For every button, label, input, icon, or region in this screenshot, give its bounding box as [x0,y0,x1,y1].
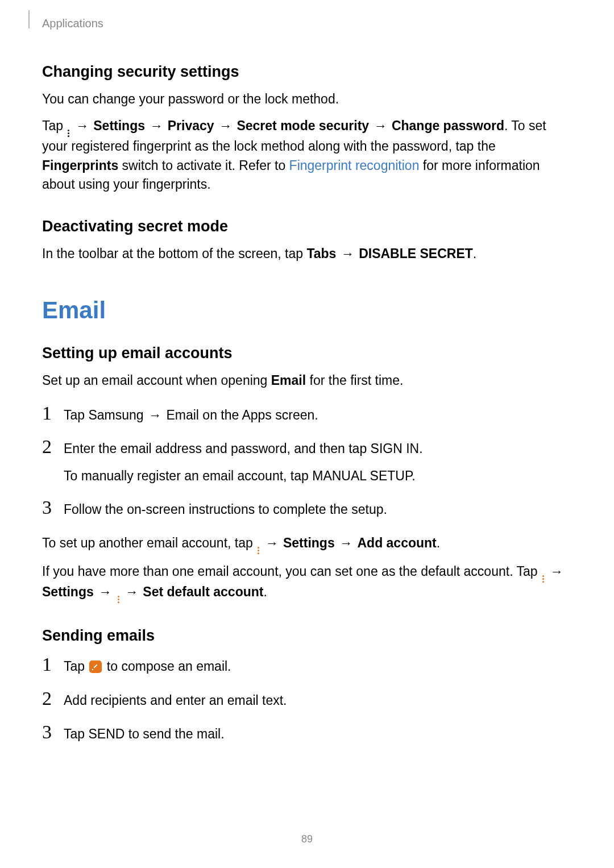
list-item: 3 Follow the on-screen instructions to c… [42,498,572,519]
step-content: Tap SEND to send the mail. [64,722,572,744]
arrow-icon: → [219,117,232,135]
more-icon [258,547,259,554]
security-instructions: Tap → Settings → Privacy → Secret mode s… [42,117,572,194]
text-suffix: to compose an email. [103,659,231,674]
heading-sending-emails: Sending emails [42,627,572,645]
text-prefix: Tap [64,726,88,741]
more-icon [118,596,119,603]
more-icon [68,130,69,137]
text-email-bold: Email [271,373,306,388]
heading-email: Email [42,297,572,324]
compose-icon [89,661,102,673]
text-set-default: Set default account [143,584,263,599]
another-account-text: To set up another email account, tap → S… [42,534,572,554]
step-content: Tap Samsung → Email on the Apps screen. [64,404,572,425]
step-number: 1 [42,655,64,674]
step-number: 3 [42,722,64,742]
list-item: 2 Enter the email address and password, … [42,437,572,485]
path-change-password: Change password [392,118,504,133]
text-period: . [473,246,476,261]
text-prefix: In the toolbar at the bottom of the scre… [42,246,306,261]
list-item: 1 Tap Samsung → Email on the Apps screen… [42,404,572,425]
arrow-icon: → [150,117,163,135]
link-fingerprint-recognition[interactable]: Fingerprint recognition [289,158,420,173]
text-settings: Settings [283,535,335,550]
text-period: . [419,441,422,456]
text-prefix: Tap [64,659,88,674]
step-number: 1 [42,404,64,423]
text-prefix: Set up an email account when opening [42,373,271,388]
text-tabs: Tabs [306,246,336,261]
deactivate-instructions: In the toolbar at the bottom of the scre… [42,244,572,263]
text-prefix: If you have more than one email account,… [42,564,541,579]
arrow-icon: → [76,117,89,135]
text-send: SEND [88,726,125,741]
heading-changing-security: Changing security settings [42,63,572,81]
step-content: Enter the email address and password, an… [64,437,572,485]
email-intro: Set up an email account when opening Ema… [42,371,572,390]
arrow-icon: → [341,244,354,263]
text-settings: Settings [42,584,94,599]
text-prefix: Enter the email address and password, an… [64,441,371,456]
list-item: 2 Add recipients and enter an email text… [42,689,572,710]
path-secret-mode: Secret mode security [237,118,369,133]
breadcrumb: Applications [42,17,572,30]
text-suffix: on the Apps screen. [199,408,318,422]
text-email: Email [166,408,199,422]
arrow-icon: → [374,117,387,135]
path-privacy: Privacy [168,118,214,133]
arrow-icon: → [339,534,352,553]
arrow-icon: → [148,406,161,425]
text-sub-prefix: To manually register an email account, t… [64,468,312,483]
security-intro: You can change your password or the lock… [42,90,572,109]
arrow-icon: → [98,583,111,601]
text-switch: switch to activate it. Refer to [118,158,289,173]
arrow-icon: → [550,562,563,581]
step-content: Add recipients and enter an email text. [64,689,572,710]
text-manual-setup: MANUAL SETUP [312,468,412,483]
step-content: Follow the on-screen instructions to com… [64,498,572,519]
text-sub-period: . [412,468,415,483]
text-suffix: to send the mail. [125,726,224,741]
step-number: 2 [42,437,64,456]
step-number: 2 [42,689,64,708]
step-number: 3 [42,498,64,517]
default-account-text: If you have more than one email account,… [42,562,572,603]
heading-deactivating: Deactivating secret mode [42,218,572,235]
text-disable-secret: DISABLE SECRET [359,246,473,261]
list-item: 3 Tap SEND to send the mail. [42,722,572,744]
text-suffix: for the first time. [306,373,403,388]
more-icon [542,575,544,583]
path-settings: Settings [93,118,145,133]
text-add-account: Add account [357,535,436,550]
text-tap: Tap [42,118,67,133]
arrow-icon: → [125,583,138,601]
text-period: . [437,535,440,550]
text-period: . [263,584,267,599]
text-prefix: To set up another email account, tap [42,535,256,550]
list-item: 1 Tap to compose an email. [42,655,572,676]
text-signin: SIGN IN [371,441,420,456]
text-fingerprints: Fingerprints [42,158,118,173]
page-number: 89 [0,833,614,845]
arrow-icon: → [265,534,279,553]
step-content: Tap to compose an email. [64,655,572,676]
header-divider [28,10,30,28]
heading-setting-up-email: Setting up email accounts [42,344,572,362]
text-samsung: Samsung [88,408,143,422]
text-prefix: Tap [64,408,88,422]
